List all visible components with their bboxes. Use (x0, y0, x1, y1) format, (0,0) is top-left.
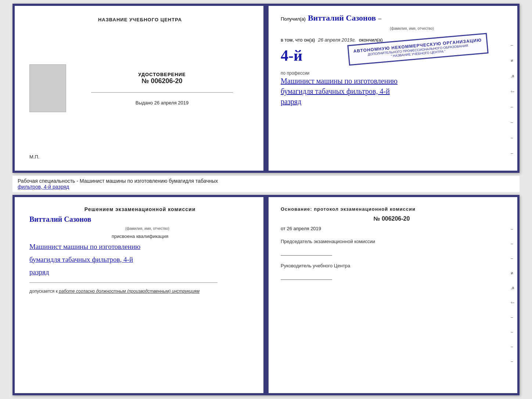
protocol-number: № 006206-20 (281, 215, 503, 222)
dopusk-prefix: допускается к (29, 289, 58, 294)
udostoverenie-block: УДОСТОВЕРЕНИЕ № 006206-20 (138, 72, 186, 85)
qual-line3: разряд (29, 267, 251, 277)
rukov-signature (281, 279, 332, 280)
prisvoena-label: присвоена квалификация (29, 234, 251, 239)
dopusk-block: допускается к работе согласно должностны… (29, 289, 251, 294)
certificate-bottom: Решением экзаменационной комиссии Виттал… (12, 195, 520, 395)
cert-top-title: НАЗВАНИЕ УЧЕБНОГО ЦЕНТРА (98, 17, 182, 22)
bottom-name: Витталий Сазонов (29, 215, 251, 224)
middle-text-normal: Рабочая специальность - Машинист машины … (18, 178, 218, 184)
mp-label: М.П. (29, 154, 39, 160)
vtom-prefix: в том, что он(а) (281, 37, 315, 43)
side-marks-bottom: – – – и ,а ‹– – – – – (511, 227, 514, 363)
ot-label: от (281, 226, 285, 231)
po-professii: по профессии (281, 71, 506, 76)
certificate-top: НАЗВАНИЕ УЧЕБНОГО ЦЕНТРА УДОСТОВЕРЕНИЕ №… (12, 4, 520, 173)
cert-top-right: Получил(а) Витталий Сазонов – (фамилия, … (266, 6, 517, 171)
big-4: 4-й (281, 48, 302, 63)
predsed-label: Председатель экзаменационной комиссии (281, 239, 503, 244)
vtom-date: 26 апреля 2019г. (318, 37, 356, 43)
profession-line3: разряд (281, 96, 506, 107)
decision-title: Решением экзаменационной комиссии (29, 206, 251, 212)
photo-placeholder (29, 64, 66, 112)
vydano-block: Выдано 26 апреля 2019 (136, 100, 188, 106)
middle-text-underline: фильтров, 4-й разряд (18, 184, 69, 190)
udostoverenie-label: УДОСТОВЕРЕНИЕ (138, 72, 186, 77)
cert-bottom-right: Основание: протокол экзаменационной коми… (266, 197, 517, 393)
okonchil: окончил(а) (359, 37, 383, 43)
poluchil-prefix: Получил(а) (281, 16, 306, 22)
predsed-signature (281, 255, 332, 256)
qual-line2: бумагидля табачных фильтров, 4-й (29, 255, 251, 265)
ot-line: от 26 апреля 2019 (281, 226, 503, 231)
fio-label-top: (фамилия, имя, отчество) (317, 26, 506, 31)
cert-bottom-left: Решением экзаменационной комиссии Виттал… (15, 197, 266, 393)
rukov-label: Руководитель учебного Центра (281, 263, 503, 268)
ot-date: 26 апреля 2019 (287, 226, 321, 231)
recipient-name: Витталий Сазонов (308, 13, 376, 23)
vydano-label: Выдано (136, 100, 153, 106)
side-marks-top: – и ,а ‹– – – – – (511, 43, 514, 155)
dopusk-text: работе согласно должностным (производств… (59, 289, 200, 294)
vydano-date: 26 апреля 2019 (154, 100, 189, 106)
fio-sub: (фамилия, имя, отчество) (44, 227, 251, 231)
cert-number: № 006206-20 (138, 77, 186, 85)
middle-label: Рабочая специальность - Машинист машины … (12, 176, 520, 192)
osnov-label: Основание: протокол экзаменационной коми… (281, 206, 503, 212)
qual-line1: Машинист машины по изготовлению (29, 242, 251, 252)
profession-line2: бумагидля табачных фильтров, 4-й (281, 86, 506, 96)
cert-top-left: НАЗВАНИЕ УЧЕБНОГО ЦЕНТРА УДОСТОВЕРЕНИЕ №… (15, 6, 266, 171)
profession-line1: Машинист машины по изготовлению (281, 76, 506, 86)
